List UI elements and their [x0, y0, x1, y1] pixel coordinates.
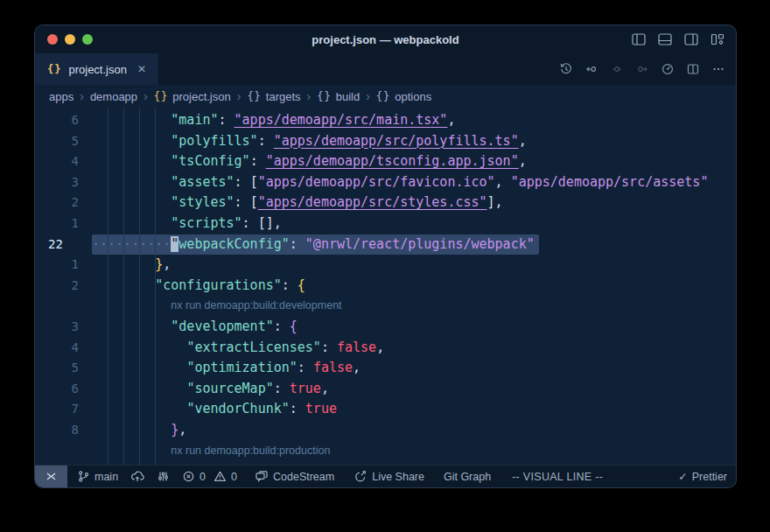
vim-block-cursor: " — [171, 236, 178, 252]
code-line[interactable]: "polyfills": "apps/demoapp/src/polyfills… — [92, 131, 736, 152]
codelens-run-action[interactable]: nx run demoapp:build:production — [92, 441, 736, 462]
remote-indicator[interactable] — [35, 466, 67, 487]
codestream-item[interactable]: CodeStream — [248, 466, 340, 487]
prettier-item[interactable]: ✓ Prettier — [672, 466, 736, 487]
code-token: "apps/demoapp/src/assets" — [511, 174, 709, 190]
breadcrumb-label: targets — [266, 90, 301, 103]
code-line[interactable]: "assets": ["apps/demoapp/src/favicon.ico… — [92, 172, 736, 193]
breadcrumb: apps›demoapp›{}project.json›{}targets›{}… — [35, 85, 736, 108]
line-number[interactable]: 22 — [35, 234, 92, 256]
code-token — [92, 174, 171, 190]
code-line[interactable]: "styles": ["apps/demoapp/src/styles.css"… — [92, 192, 736, 214]
code-line[interactable]: "extractLicenses": false, — [92, 338, 736, 359]
code-line[interactable]: ··········"webpackConfig": "@nrwl/react/… — [92, 234, 736, 256]
line-number[interactable]: 8 — [35, 420, 92, 441]
git-graph-item[interactable]: Git Graph — [438, 466, 497, 487]
navigate-forward-icon[interactable] — [635, 62, 649, 76]
line-number[interactable]: 5 — [35, 358, 92, 379]
code-line[interactable]: "sourceMap": true, — [92, 379, 736, 400]
code-token: "development" — [171, 318, 273, 334]
code-token: [ — [250, 174, 258, 190]
line-number[interactable]: 7 — [35, 399, 92, 420]
navigate-back-icon[interactable] — [584, 62, 598, 76]
code-token: "tsConfig" — [171, 153, 249, 169]
breadcrumb-item[interactable]: {}options — [376, 90, 431, 103]
problems-item[interactable]: 0 0 — [176, 466, 243, 487]
line-number[interactable] — [35, 441, 92, 462]
code-token — [92, 463, 171, 465]
split-editor-icon[interactable] — [686, 62, 700, 76]
code-token: { — [298, 277, 305, 293]
code-token: , — [519, 133, 527, 149]
line-content: nx run demoapp:build:development — [92, 296, 342, 317]
line-content: ··········"webpackConfig": "@nrwl/react/… — [92, 234, 539, 256]
line-number[interactable]: 3 — [35, 172, 92, 193]
codelens-run-action[interactable]: nx run demoapp:build:development — [92, 296, 736, 317]
close-window-button[interactable] — [47, 34, 58, 45]
code-line[interactable]: "tsConfig": "apps/demoapp/tsconfig.app.j… — [92, 151, 736, 172]
line-number[interactable] — [35, 296, 92, 317]
code-line[interactable]: }, — [92, 255, 736, 276]
code-token: "apps/demoapp/src/main.tsx" — [234, 112, 448, 128]
line-number[interactable]: 6 — [35, 110, 92, 131]
breadcrumb-label: demoapp — [90, 90, 137, 103]
code-line[interactable]: "production": { — [92, 461, 736, 465]
breadcrumb-item[interactable]: {}project.json — [154, 90, 231, 103]
code-token: "main" — [171, 112, 218, 128]
sliders-icon — [157, 470, 170, 483]
line-number[interactable]: 3 — [35, 317, 92, 338]
more-actions-icon[interactable] — [711, 62, 725, 76]
code-line[interactable]: "optimization": false, — [92, 358, 736, 379]
line-number[interactable]: 2 — [35, 276, 92, 297]
json-symbol-icon: {} — [376, 90, 390, 102]
code-line[interactable]: "development": { — [92, 317, 736, 338]
toggle-secondary-sidebar-icon[interactable] — [684, 33, 698, 46]
title-bar: project.json — webpackold — [35, 25, 736, 53]
line-number[interactable]: 4 — [35, 151, 92, 172]
code-token: : — [274, 381, 290, 396]
breadcrumb-label: build — [336, 90, 360, 103]
code-line[interactable]: "vendorChunk": true — [92, 399, 736, 420]
code-token: : — [290, 401, 305, 416]
breadcrumb-item[interactable]: {}targets — [247, 90, 300, 103]
code-line[interactable]: }, — [92, 420, 736, 441]
breadcrumb-item[interactable]: demoapp — [90, 90, 137, 103]
toggle-panel-icon[interactable] — [658, 33, 672, 46]
breadcrumb-item[interactable]: apps — [49, 90, 74, 103]
navigate-position-icon[interactable] — [610, 62, 624, 76]
minimize-window-button[interactable] — [65, 34, 75, 45]
line-number[interactable]: 9 — [35, 461, 92, 465]
zoom-window-button[interactable] — [82, 34, 93, 45]
publish-changes-item[interactable] — [124, 466, 150, 487]
git-branch-item[interactable]: main — [71, 466, 124, 487]
line-number[interactable]: 1 — [35, 255, 92, 276]
code-token: "polyfills" — [171, 133, 257, 149]
tab-project-json[interactable]: {} project.json ✕ — [35, 53, 159, 85]
code-line[interactable]: "scripts": [], — [92, 214, 736, 234]
code-token: webpackConfig" — [178, 236, 289, 252]
line-number[interactable]: 1 — [35, 214, 92, 234]
line-number[interactable]: 6 — [35, 379, 92, 400]
code-line[interactable]: "main": "apps/demoapp/src/main.tsx", — [92, 110, 736, 131]
code-area[interactable]: "main": "apps/demoapp/src/main.tsx", "po… — [92, 108, 736, 465]
tune-settings-item[interactable] — [150, 466, 176, 487]
line-content: "sourceMap": true, — [92, 379, 329, 400]
line-content: "main": "apps/demoapp/src/main.tsx", — [92, 110, 455, 131]
live-share-item[interactable]: Live Share — [347, 466, 430, 487]
code-token: , — [163, 256, 171, 272]
close-tab-icon[interactable]: ✕ — [137, 63, 146, 75]
line-number[interactable]: 5 — [35, 131, 92, 152]
line-number[interactable]: 4 — [35, 338, 92, 359]
indent-guide — [108, 108, 108, 465]
code-line[interactable]: "configurations": { — [92, 276, 736, 297]
breadcrumb-item[interactable]: {}build — [317, 90, 360, 103]
toggle-primary-sidebar-icon[interactable] — [632, 33, 646, 46]
json-symbol-icon: {} — [154, 90, 168, 102]
run-command-icon[interactable] — [661, 62, 675, 76]
code-token: true — [290, 381, 321, 396]
customize-layout-icon[interactable] — [710, 33, 724, 46]
line-number[interactable]: 2 — [35, 192, 92, 214]
editor-gutter[interactable]: 65432122123456789 — [35, 108, 92, 465]
line-content: nx run demoapp:build:production — [92, 441, 330, 462]
timeline-history-icon[interactable] — [559, 62, 573, 76]
